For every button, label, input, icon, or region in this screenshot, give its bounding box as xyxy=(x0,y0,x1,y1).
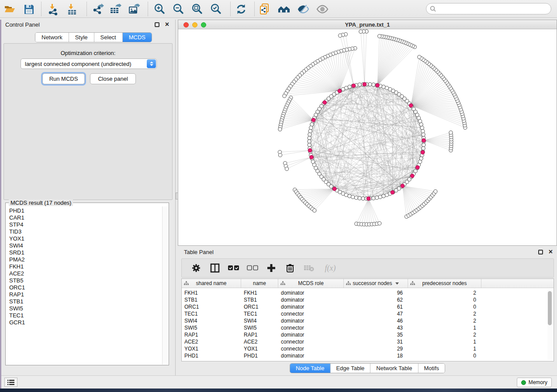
dominator-node[interactable] xyxy=(352,84,356,88)
table-row[interactable]: SWI5SWI5connector431 xyxy=(182,324,554,331)
network-node[interactable] xyxy=(382,194,385,198)
table-cell[interactable]: PHD1 xyxy=(241,352,278,359)
table-cell[interactable]: 18 xyxy=(344,352,408,359)
search-box[interactable] xyxy=(426,3,551,14)
table-cell[interactable]: ACE2 xyxy=(182,338,241,345)
table-row[interactable]: ORC1ORC1dominator610 xyxy=(182,303,554,310)
mcds-result-item[interactable]: FKH1 xyxy=(9,263,163,270)
mcds-result-item[interactable]: ORC1 xyxy=(9,284,163,291)
network-node[interactable] xyxy=(382,85,385,89)
panel-splitter-handle[interactable] xyxy=(176,193,178,199)
zoom-selected-icon[interactable] xyxy=(210,3,222,15)
table-cell[interactable]: 0 xyxy=(408,303,481,310)
dominator-node[interactable] xyxy=(409,103,413,107)
table-cell[interactable]: RAP1 xyxy=(241,331,278,338)
dominator-node[interactable] xyxy=(421,151,425,155)
network-node[interactable] xyxy=(351,195,355,199)
mcds-result-item[interactable]: GCR1 xyxy=(9,319,163,326)
network-node[interactable] xyxy=(348,85,351,89)
node-table[interactable]: shared namenameMCDS rolesuccessor nodesp… xyxy=(181,279,554,361)
table-cell[interactable]: dominator xyxy=(278,331,344,338)
network-node[interactable] xyxy=(385,86,388,89)
task-history-button[interactable] xyxy=(4,378,17,387)
table-cell[interactable]: ORC1 xyxy=(182,303,241,310)
network-node[interactable] xyxy=(313,209,316,212)
mcds-result-item[interactable]: PHD1 xyxy=(9,207,163,214)
table-row[interactable]: TEC1TEC1connector472 xyxy=(182,310,554,317)
table-cell[interactable]: 2 xyxy=(408,310,481,317)
table-row[interactable]: ACE2ACE2connector311 xyxy=(182,338,554,345)
table-cell[interactable]: dominator xyxy=(278,317,344,324)
network-node[interactable] xyxy=(372,196,375,200)
network-node[interactable] xyxy=(308,129,312,133)
table-cell[interactable]: RAP1 xyxy=(182,331,241,338)
export-table-icon[interactable] xyxy=(109,3,121,15)
network-node[interactable] xyxy=(308,143,311,147)
run-mcds-button[interactable]: Run MCDS xyxy=(42,73,85,84)
network-node[interactable] xyxy=(338,34,342,37)
table-row[interactable]: SWI4SWI4dominator462 xyxy=(182,317,554,324)
create-column-icon[interactable] xyxy=(266,262,277,274)
table-cell[interactable]: 0 xyxy=(408,296,481,303)
node-table-header[interactable]: shared namenameMCDS rolesuccessor nodesp… xyxy=(182,279,554,288)
table-cell[interactable]: FKH1 xyxy=(241,289,278,296)
delete-columns-trash-icon[interactable] xyxy=(284,262,296,274)
export-image-icon[interactable] xyxy=(128,3,140,15)
network-node[interactable] xyxy=(348,194,351,198)
table-cell[interactable]: 35 xyxy=(344,331,408,338)
optimization-criterion-select[interactable]: largest connected component (undirected) xyxy=(21,58,157,69)
table-cell[interactable]: dominator xyxy=(278,352,344,359)
tab-style[interactable]: Style xyxy=(69,33,94,42)
table-scrollbar-thumb[interactable] xyxy=(548,291,552,325)
mcds-result-item[interactable]: RAP1 xyxy=(9,291,163,298)
select-all-icon[interactable] xyxy=(228,262,239,274)
table-cell[interactable]: 62 xyxy=(344,296,408,303)
network-node[interactable] xyxy=(422,143,426,147)
column-header-predecessor-nodes[interactable]: predecessor nodes xyxy=(408,279,481,288)
import-table-icon[interactable] xyxy=(66,3,78,15)
table-cell[interactable]: TEC1 xyxy=(241,310,278,317)
table-cell[interactable]: ACE2 xyxy=(241,338,278,345)
network-node[interactable] xyxy=(422,147,425,150)
table-cell[interactable]: dominator xyxy=(278,296,344,303)
network-canvas[interactable] xyxy=(178,29,557,245)
table-cell[interactable]: connector xyxy=(278,324,344,331)
network-node[interactable] xyxy=(308,133,311,136)
table-cell[interactable]: dominator xyxy=(278,289,344,296)
mcds-result-item[interactable]: YOX1 xyxy=(9,235,163,242)
table-cell[interactable]: 1 xyxy=(408,338,481,345)
zoom-fit-icon[interactable] xyxy=(191,3,203,15)
settings-gear-icon[interactable] xyxy=(190,262,202,274)
memory-button[interactable]: Memory xyxy=(517,378,552,387)
mcds-result-scrollbar[interactable] xyxy=(162,206,168,364)
mcds-result-item[interactable]: SWI5 xyxy=(9,305,163,312)
network-node[interactable] xyxy=(378,34,381,38)
mcds-result-list[interactable]: PHD1CAR1STP4TID3YOX1SWI4SRD1PMA2FKH1ACE2… xyxy=(6,206,163,364)
column-header-successor-nodes[interactable]: successor nodes xyxy=(344,279,408,288)
table-cell[interactable]: connector xyxy=(278,338,344,345)
table-cell[interactable]: SWI4 xyxy=(182,317,241,324)
network-node[interactable] xyxy=(361,197,365,200)
network-node[interactable] xyxy=(434,190,437,193)
dominator-node[interactable] xyxy=(391,190,394,194)
column-header-MCDS-role[interactable]: MCDS role xyxy=(278,279,344,288)
table-cell[interactable]: dominator xyxy=(278,303,344,310)
float-window-icon[interactable] xyxy=(538,250,543,254)
table-cell[interactable]: STB1 xyxy=(182,296,241,303)
table-cell[interactable]: SWI5 xyxy=(241,324,278,331)
dominator-node[interactable] xyxy=(311,118,315,122)
tab-node-table[interactable]: Node Table xyxy=(290,364,331,373)
search-input[interactable] xyxy=(438,6,551,12)
mcds-result-item[interactable]: TID3 xyxy=(9,228,163,235)
table-cell[interactable]: 61 xyxy=(344,303,408,310)
network-node[interactable] xyxy=(422,133,425,136)
table-cell[interactable]: SWI4 xyxy=(241,317,278,324)
network-node[interactable] xyxy=(372,83,375,86)
network-node[interactable] xyxy=(378,222,381,225)
deselect-all-icon[interactable] xyxy=(247,262,258,274)
table-cell[interactable]: 46 xyxy=(344,317,408,324)
network-node[interactable] xyxy=(278,127,282,131)
clone-network-icon[interactable] xyxy=(259,3,271,15)
dominator-node[interactable] xyxy=(422,138,426,142)
network-node[interactable] xyxy=(375,196,379,199)
